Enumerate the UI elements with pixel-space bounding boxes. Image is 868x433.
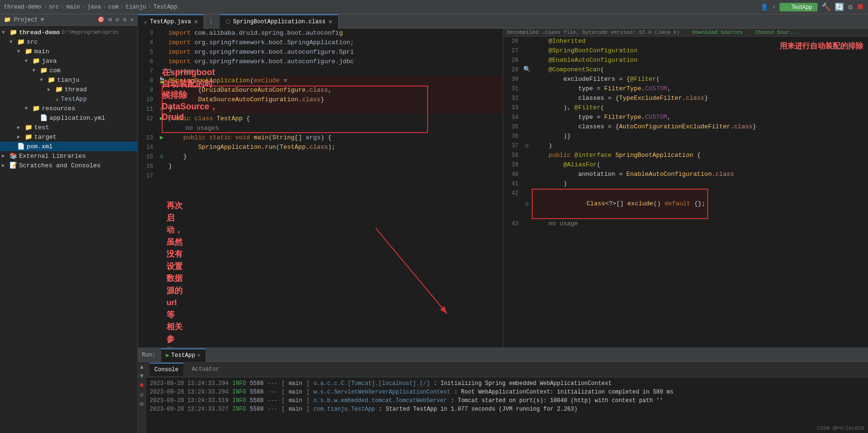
line-gutter: [522, 84, 532, 94]
console-tab[interactable]: Console: [150, 363, 183, 376]
user-icon[interactable]: 👤: [761, 3, 768, 11]
tree-item-resources[interactable]: ▼ 📁 resources: [0, 104, 137, 113]
tree-item-target[interactable]: ▶ 📁 target: [0, 132, 137, 142]
console-sep: ---: [267, 405, 278, 414]
build-icon[interactable]: 🔨: [821, 2, 831, 12]
breadcrumb-sep: ›: [120, 4, 124, 10]
actuator-tab[interactable]: Actuator: [187, 363, 224, 376]
right-code-view[interactable]: 26 @Inherited 27 @SpringBootConfiguratio…: [503, 37, 868, 347]
tree-item-pomxml[interactable]: ▶ 📄 pom.xml: [0, 142, 137, 151]
tree-item-src[interactable]: ▼ 📁 src: [0, 37, 137, 47]
console-sep: ---: [267, 379, 278, 388]
bottom-tab-close[interactable]: ✕: [197, 352, 200, 359]
java-file-icon: ☕: [55, 95, 59, 103]
stop-icon[interactable]: ⏹: [857, 2, 864, 11]
line-content: import org.springframework.boot.autoconf…: [166, 57, 354, 67]
breadcrumb-item[interactable]: TestApp: [154, 4, 177, 10]
bottom-tab-label: TestApp: [171, 352, 195, 359]
breadcrumb-item[interactable]: main: [66, 4, 80, 10]
tab-springboot[interactable]: ⬡ SpringBootApplication.class ✕: [220, 14, 339, 29]
tree-item-test[interactable]: ▶ 📁 test: [0, 123, 137, 132]
folder-icon: 📁: [25, 48, 32, 55]
breadcrumb-sep: ›: [103, 4, 106, 10]
line-number: 38: [503, 151, 522, 160]
folder-icon: 📁: [25, 133, 32, 141]
code-line: 15 ◇ }: [138, 152, 503, 162]
close-icon[interactable]: ✕: [130, 16, 134, 23]
sidebar-tree: ▼ 📁 thread-demo D:\Myprogram\sprin ▼ 📁 s…: [0, 26, 137, 433]
line-number: 42: [503, 189, 522, 219]
settings-icon[interactable]: ⚙: [140, 400, 144, 408]
download-sources-button[interactable]: Download Sources: [692, 29, 743, 35]
line-gutter: [157, 29, 166, 38]
tree-item-appyml[interactable]: ▶ 📄 application.yml: [0, 113, 137, 123]
collapse-icon[interactable]: ⊟: [116, 16, 119, 23]
tree-label: main: [34, 48, 49, 55]
rerun-icon[interactable]: ↺: [140, 391, 144, 398]
console-msg: : Root WebApplicationContext: initializa…: [454, 388, 673, 396]
vcs-update-icon[interactable]: ⬆: [772, 3, 776, 11]
bottom-panel-body: ▲ ▼ ■ ↺ ⚙ Console Actuator 2023-09-28 13…: [138, 362, 868, 433]
tab-close-button[interactable]: ✕: [329, 18, 332, 26]
bottom-tab-testapp[interactable]: ▶ TestApp ✕: [161, 348, 205, 362]
code-line: 43 no usage: [503, 219, 868, 229]
tree-item-scratches[interactable]: ▶ 📝 Scratches and Consoles: [0, 161, 137, 170]
code-line: 4 import org.springframework.boot.Spring…: [138, 38, 503, 48]
run-config-button[interactable]: ▶ TestApp: [780, 3, 818, 11]
line-number: 13: [138, 133, 157, 143]
line-gutter: [157, 162, 166, 171]
breadcrumb-sep: ›: [61, 4, 64, 10]
console-pid: 5588: [250, 379, 263, 388]
code-line: 42 ◇ Class<?>[] exclude() default {};: [503, 189, 868, 219]
expand-icon[interactable]: ⊞: [108, 16, 112, 23]
code-line: 32 classes = {TypeExcludeFilter.class}: [503, 94, 868, 103]
line-number: 34: [503, 113, 522, 122]
sync-icon[interactable]: 🔄: [835, 2, 844, 12]
tab-more-button[interactable]: ⋮: [204, 18, 218, 25]
console-sep: ---: [267, 396, 278, 405]
tree-item-com[interactable]: ▼ 📁 com: [0, 66, 137, 75]
scroll-up-icon[interactable]: ▲: [140, 364, 144, 371]
breadcrumb-item[interactable]: src: [49, 4, 59, 10]
line-number: 40: [503, 170, 522, 179]
tree-item-ext-libs[interactable]: ▶ 📚 External Libraries: [0, 151, 137, 161]
tree-item-thread[interactable]: ▶ 📁 thread: [0, 85, 137, 94]
tree-item-root[interactable]: ▼ 📁 thread-demo D:\Myprogram\sprin: [0, 28, 137, 37]
code-line: 30 excludeFilters = {@Filter(: [503, 75, 868, 84]
tree-item-testapp[interactable]: ▶ ☕ TestApp: [0, 94, 137, 104]
scroll-down-icon[interactable]: ▼: [140, 373, 144, 380]
console-content[interactable]: 2023-09-28 13:24:33.294 INFO 5588 --- [ …: [146, 377, 868, 433]
breadcrumb-item[interactable]: tianju: [126, 4, 146, 10]
annotation-text-3: 用来进行自动装配的排除: [780, 42, 863, 50]
code-line: 41 ): [503, 179, 868, 189]
line-number: 14: [138, 143, 157, 152]
line-content: @EnableAutoConfiguration: [532, 56, 637, 65]
tree-item-tianju[interactable]: ▼ 📁 tianju: [0, 75, 137, 85]
breadcrumb: thread-demo › src › main › java › com › …: [4, 4, 759, 10]
left-code-view[interactable]: 3 import com.alibaba.druid.spring.boot.a…: [138, 29, 503, 347]
console-tools: ▲ ▼ ■ ↺ ⚙: [138, 362, 146, 433]
line-number: 4: [138, 38, 157, 48]
console-time: 2023-09-28 13:24:33.294: [150, 379, 229, 388]
tree-item-java[interactable]: ▼ 📁 java: [0, 56, 137, 66]
stop-run-icon[interactable]: ■: [140, 382, 144, 389]
tab-close-button[interactable]: ✕: [194, 18, 198, 26]
choose-sources-button[interactable]: Choose Sour...: [755, 29, 799, 35]
run-icon: ▶: [785, 4, 790, 10]
breadcrumb-item[interactable]: com: [108, 4, 118, 10]
breadcrumb-item[interactable]: java: [87, 4, 101, 10]
code-line: 17: [138, 171, 503, 181]
console-bracket: [: [282, 405, 285, 414]
tree-item-main[interactable]: ▼ 📁 main: [0, 47, 137, 56]
decompiled-info-bar: Decompiled .class file, bytecode version…: [503, 29, 868, 37]
settings-icon[interactable]: ⚙: [848, 2, 853, 12]
line-content: annotation = EnableAutoConfiguration.cla…: [532, 170, 734, 179]
line-content: public @interface SpringBootApplication …: [532, 151, 701, 160]
tab-testapp[interactable]: ☕ TestApp.java ✕: [138, 14, 204, 29]
gear-icon[interactable]: ⚙: [123, 16, 127, 23]
line-number: 43: [503, 219, 522, 229]
locate-icon[interactable]: 🎯: [98, 16, 105, 23]
line-number: 41: [503, 179, 522, 189]
breadcrumb-item[interactable]: thread-demo: [4, 4, 41, 10]
run-tab-icon: ▶: [166, 352, 169, 359]
